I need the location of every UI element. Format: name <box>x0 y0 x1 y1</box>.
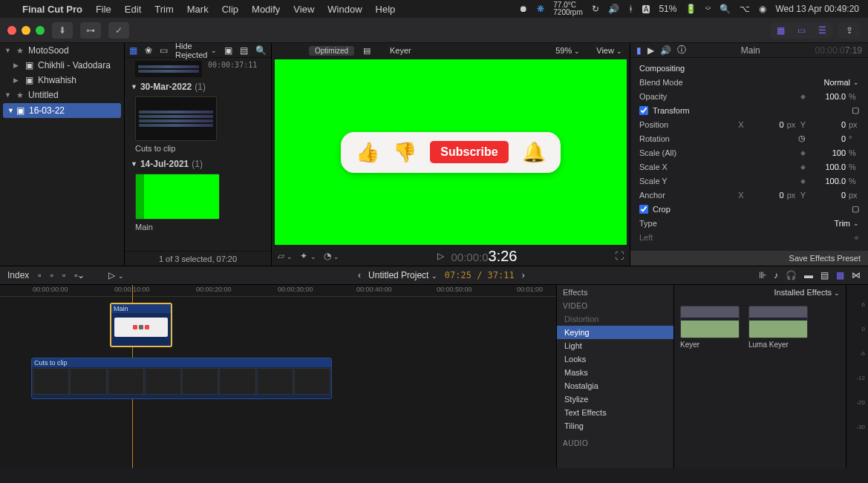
menu-view[interactable]: View <box>293 4 314 15</box>
opacity-row[interactable]: Opacity◆100.0% <box>630 89 868 103</box>
next-edit-button[interactable]: › <box>522 270 525 280</box>
record-icon[interactable]: ⏺ <box>519 4 528 14</box>
fx-cat-looks[interactable]: Looks <box>557 352 673 366</box>
menu-modify[interactable]: Modify <box>252 4 280 15</box>
transform-checkbox[interactable] <box>639 106 648 115</box>
audio-skimming-icon[interactable]: ♪ <box>774 270 778 280</box>
fx-cat-distortion[interactable]: Distortion <box>557 312 673 326</box>
project-name[interactable]: Untitled Project ⌄ <box>368 270 437 280</box>
solo-icon[interactable]: 🎧 <box>786 270 797 280</box>
event-14-jul-2021[interactable]: ▼14-Jul-2021 (1) <box>129 156 267 172</box>
layout-browser-button[interactable]: ▦ <box>770 22 791 39</box>
transform-reveal-icon[interactable]: ▢ <box>852 105 859 115</box>
menu-help[interactable]: Help <box>376 4 396 15</box>
fx-cat-stylize[interactable]: Stylize <box>557 392 673 406</box>
rotation-dial-icon[interactable]: ◷ <box>798 134 806 143</box>
retime-menu[interactable]: ◔ ⌄ <box>324 251 339 261</box>
control-center-icon[interactable]: ⌥ <box>740 4 750 14</box>
bluetooth-icon[interactable]: ᚼ <box>628 4 633 14</box>
event-item-16-03-22[interactable]: ▼▣ 16-03-22 <box>3 103 121 118</box>
menu-clip[interactable]: Clip <box>222 4 238 15</box>
close-window-button[interactable] <box>7 26 16 35</box>
transform-section[interactable]: Transform▢ <box>630 103 868 117</box>
crop-type-row[interactable]: TypeTrim⌄ <box>630 216 868 230</box>
info-inspector-icon[interactable]: ⓘ <box>677 44 686 56</box>
menu-mark[interactable]: Mark <box>187 4 209 15</box>
fx-cat-text-effects[interactable]: Text Effects <box>557 406 673 419</box>
menu-trim[interactable]: Trim <box>154 4 174 15</box>
fx-cat-masks[interactable]: Masks <box>557 366 673 379</box>
video-inspector-icon[interactable]: ▮ <box>636 45 642 56</box>
timeline[interactable]: 00:00:00:00 00:00:10:00 00:00:20:00 00:0… <box>0 285 556 468</box>
spotlight-icon[interactable]: 🔍 <box>719 4 731 14</box>
effect-luma-keyer[interactable]: Luma Keyer <box>748 306 809 462</box>
viewer-canvas[interactable]: 👍 👎 Subscribe 🔔 <box>275 59 627 245</box>
transitions-browser-icon[interactable]: ⋈ <box>852 270 861 280</box>
input-icon[interactable]: A <box>642 5 650 13</box>
minimize-window-button[interactable] <box>22 26 30 35</box>
clip-appearance-tl-icon[interactable]: ▤ <box>820 270 829 280</box>
battery-icon[interactable]: 🔋 <box>685 4 696 14</box>
zoom-menu[interactable]: 59% ⌄ <box>555 46 580 55</box>
timeline-clip-cuts[interactable]: Cuts to clip <box>31 358 332 399</box>
audio-inspector-icon[interactable]: 🔊 <box>660 45 671 56</box>
insert-clip-icon[interactable]: ▫ <box>50 270 53 280</box>
menu-file[interactable]: File <box>96 4 111 15</box>
fx-cat-keying[interactable]: Keying <box>557 326 673 339</box>
list-view-icon[interactable]: ▤ <box>240 45 248 56</box>
scale-y-row[interactable]: Scale Y◆100.0% <box>630 174 868 188</box>
crop-section[interactable]: Crop▢ <box>630 202 868 216</box>
blend-mode-row[interactable]: Blend ModeNormal⌄ <box>630 75 868 89</box>
effects-browser-icon[interactable]: ▦ <box>836 270 844 280</box>
snapping-icon[interactable]: ▬ <box>804 270 813 280</box>
fan-icon[interactable]: ❋ <box>537 4 544 14</box>
clock[interactable]: Wed 13 Apr 00:49:20 <box>775 4 859 14</box>
library-item-untitled[interactable]: ▼★Untitled <box>0 88 124 102</box>
timeline-ruler[interactable]: 00:00:00:00 00:00:10:00 00:00:20:00 00:0… <box>0 285 556 297</box>
effect-keyer[interactable]: Keyer <box>680 306 741 462</box>
play-button[interactable]: ▷ <box>437 251 444 261</box>
event-item-chikhli[interactable]: ▶▣ Chikhli - Vadodara <box>0 58 124 73</box>
scale-all-row[interactable]: Scale (All)◆100% <box>630 145 868 160</box>
event-30-mar-2022[interactable]: ▼30-Mar-2022 (1) <box>129 79 267 95</box>
library-icon[interactable]: ▦ <box>129 45 137 56</box>
search-icon[interactable]: 🔍 <box>255 45 267 56</box>
save-effects-preset-button[interactable]: Save Effects Preset <box>630 251 868 266</box>
position-row[interactable]: PositionX0pxY0px <box>630 117 868 131</box>
fx-cat-nostalgia[interactable]: Nostalgia <box>557 379 673 392</box>
index-button[interactable]: Index <box>7 270 29 280</box>
background-tasks-button[interactable]: ✓ <box>108 22 129 39</box>
fx-cat-tiling[interactable]: Tiling <box>557 419 673 433</box>
zoom-window-button[interactable] <box>36 26 45 35</box>
compositing-section[interactable]: Compositing <box>630 61 868 75</box>
connect-clip-icon[interactable]: ▫ <box>38 270 41 280</box>
generator-inspector-icon[interactable]: ▶ <box>647 45 654 56</box>
crop-checkbox[interactable] <box>639 205 648 214</box>
crop-left-row[interactable]: Left◆ <box>630 230 868 244</box>
timemachine-icon[interactable]: ↻ <box>592 4 599 14</box>
installed-effects-menu[interactable]: Installed Effects ⌄ <box>774 288 840 297</box>
crop-reveal-icon[interactable]: ▢ <box>852 204 859 214</box>
rotation-row[interactable]: Rotation◷0° <box>630 131 868 145</box>
share-button[interactable]: ⇪ <box>838 22 861 39</box>
clip-thumbnail-partial[interactable] <box>135 61 202 77</box>
library-item-motosood[interactable]: ▼★MotoSood <box>0 43 124 58</box>
titles-icon[interactable]: ▭ <box>160 45 168 56</box>
wifi-icon[interactable]: ⌔ <box>705 4 711 14</box>
scale-x-row[interactable]: Scale X◆100.0% <box>630 160 868 174</box>
keyword-button[interactable]: ⊶ <box>80 22 101 39</box>
app-name[interactable]: Final Cut Pro <box>22 4 82 15</box>
menu-window[interactable]: Window <box>327 4 362 15</box>
clip-main-green[interactable] <box>135 174 220 220</box>
fx-cat-light[interactable]: Light <box>557 339 673 352</box>
volume-icon[interactable]: 🔊 <box>608 4 619 14</box>
enhance-menu[interactable]: ✦ ⌄ <box>300 251 316 261</box>
menu-edit[interactable]: Edit <box>125 4 141 15</box>
clip-appearance-icon[interactable]: ▣ <box>224 45 232 56</box>
siri-icon[interactable]: ◉ <box>759 4 766 14</box>
layout-inspector-button[interactable]: ☰ <box>812 22 832 39</box>
import-button[interactable]: ⬇ <box>52 22 73 39</box>
overwrite-clip-icon[interactable]: ▫⌄ <box>74 270 85 280</box>
prev-edit-button[interactable]: ‹ <box>358 270 361 280</box>
layout-timeline-button[interactable]: ▭ <box>791 22 812 39</box>
